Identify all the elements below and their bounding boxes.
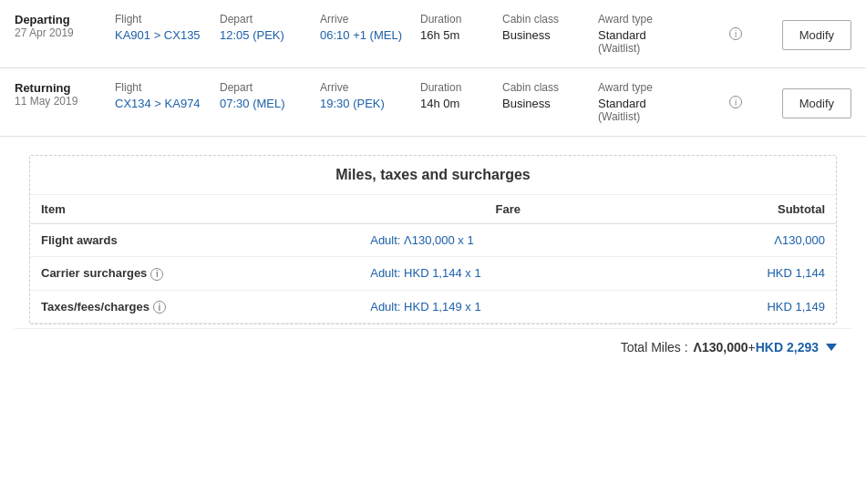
departing-depart-value: 12:05 (PEK) (220, 28, 320, 42)
departing-flight-row: Departing 27 Apr 2019 Flight KA901 > CX1… (0, 0, 866, 68)
miles-table-row: Flight awardsAdult: Λ130,000 x 1Λ130,000 (30, 224, 836, 257)
returning-duration-col: Duration 14h 0m (420, 81, 502, 110)
returning-arrive-value: 19:30 (PEK) (320, 97, 420, 110)
departing-cabin-header: Cabin class (502, 13, 598, 26)
returning-award-col: Award type Standard (Waitlist) (598, 81, 726, 123)
returning-cabin-value: Business (502, 97, 598, 110)
returning-date: 11 May 2019 (15, 95, 115, 108)
departing-duration-header: Duration (420, 13, 502, 26)
total-miles: Λ130,000 (694, 340, 748, 355)
departing-modify-button[interactable]: Modify (782, 20, 851, 50)
departing-arrive-col: Arrive 06:10 +1 (MEL) (320, 13, 420, 42)
returning-duration-value: 14h 0m (420, 97, 502, 110)
returning-award-sub: (Waitlist) (598, 110, 726, 123)
returning-arrive-col: Arrive 19:30 (PEK) (320, 81, 420, 110)
returning-info-icon[interactable]: i (729, 96, 742, 108)
miles-info-icon[interactable]: i (153, 301, 166, 314)
returning-label-col: Returning 11 May 2019 (15, 81, 115, 108)
chevron-down-icon[interactable] (826, 344, 837, 351)
departing-flight-value: KA901 > CX135 (115, 28, 220, 42)
departing-flight-header: Flight (115, 13, 220, 26)
departing-flight-col: Flight KA901 > CX135 (115, 13, 220, 42)
total-separator: + (748, 340, 756, 355)
miles-table-row: Carrier surchargesiAdult: HKD 1,144 x 1H… (30, 257, 836, 291)
departing-section-label: Departing (15, 13, 115, 26)
miles-item-name: Taxes/fees/chargesi (30, 290, 359, 324)
miles-subtotal: HKD 1,144 (656, 257, 836, 291)
returning-cabin-col: Cabin class Business (502, 81, 598, 110)
miles-table-header-row: Item Fare Subtotal (30, 195, 836, 224)
col-header-item: Item (30, 195, 359, 224)
returning-depart-value: 07:30 (MEL) (220, 97, 320, 110)
total-hkd: HKD 2,293 (756, 340, 819, 355)
returning-award-header: Award type (598, 81, 726, 94)
departing-award-col: Award type Standard (Waitlist) (598, 13, 726, 55)
miles-title: Miles, taxes and surcharges (30, 156, 836, 195)
returning-duration-header: Duration (420, 81, 502, 94)
miles-table: Item Fare Subtotal Flight awardsAdult: Λ… (30, 195, 836, 324)
returning-arrive-header: Arrive (320, 81, 420, 94)
returning-award-value: Standard (598, 97, 726, 110)
miles-fare: Adult: HKD 1,144 x 1 (359, 257, 656, 291)
departing-duration-col: Duration 16h 5m (420, 13, 502, 42)
departing-cabin-value: Business (502, 28, 598, 42)
departing-date: 27 Apr 2019 (15, 26, 115, 39)
departing-award-header: Award type (598, 13, 726, 26)
departing-cabin-col: Cabin class Business (502, 13, 598, 42)
departing-duration-value: 16h 5m (420, 28, 502, 42)
returning-action-col: Modify (751, 81, 851, 118)
departing-depart-col: Depart 12:05 (PEK) (220, 13, 320, 42)
miles-fare: Adult: Λ130,000 x 1 (359, 224, 656, 257)
miles-item-name: Carrier surchargesi (30, 257, 359, 291)
total-row: Total Miles : Λ130,000 + HKD 2,293 (15, 328, 851, 365)
returning-flight-col: Flight CX134 > KA974 (115, 81, 220, 110)
miles-section: Miles, taxes and surcharges Item Fare Su… (15, 155, 851, 365)
returning-flight-row: Returning 11 May 2019 Flight CX134 > KA9… (0, 68, 866, 137)
total-label: Total Miles : (621, 340, 688, 355)
departing-label-col: Departing 27 Apr 2019 (15, 13, 115, 39)
miles-subtotal: Λ130,000 (656, 224, 836, 257)
departing-award-value: Standard (598, 28, 726, 42)
departing-arrive-header: Arrive (320, 13, 420, 26)
miles-item-name: Flight awards (30, 224, 359, 257)
col-header-fare: Fare (359, 195, 656, 224)
miles-container: Miles, taxes and surcharges Item Fare Su… (29, 155, 837, 324)
departing-action-col: Modify (751, 13, 851, 50)
returning-depart-header: Depart (220, 81, 320, 94)
miles-subtotal: HKD 1,149 (656, 290, 836, 324)
departing-award-sub: (Waitlist) (598, 42, 726, 55)
returning-flight-value: CX134 > KA974 (115, 97, 220, 110)
returning-cabin-header: Cabin class (502, 81, 598, 94)
miles-table-row: Taxes/fees/chargesiAdult: HKD 1,149 x 1H… (30, 290, 836, 324)
returning-flight-header: Flight (115, 81, 220, 94)
departing-depart-header: Depart (220, 13, 320, 26)
returning-depart-col: Depart 07:30 (MEL) (220, 81, 320, 110)
returning-section-label: Returning (15, 81, 115, 95)
miles-fare: Adult: HKD 1,149 x 1 (359, 290, 656, 324)
col-header-subtotal: Subtotal (656, 195, 836, 224)
miles-info-icon[interactable]: i (150, 268, 163, 281)
departing-arrive-value: 06:10 +1 (MEL) (320, 28, 420, 42)
returning-modify-button[interactable]: Modify (782, 88, 851, 118)
departing-info-icon[interactable]: i (729, 27, 742, 40)
